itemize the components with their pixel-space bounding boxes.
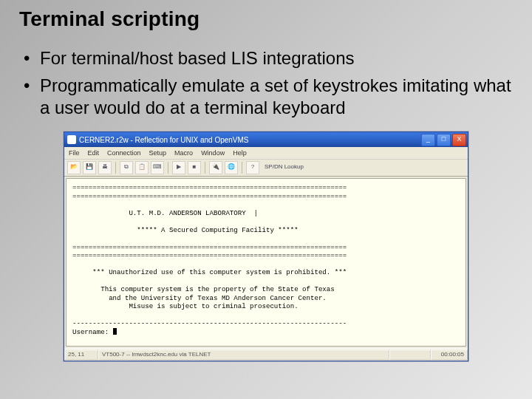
cursor-icon bbox=[113, 328, 117, 335]
toolbar: 📂 💾 🖶 ⧉ 📋 ⌨ ▶ ■ 🔌 🌐 ? SP/DN Lookup bbox=[64, 160, 468, 177]
stop-icon[interactable]: ■ bbox=[188, 161, 201, 174]
tool-icon[interactable]: ⌨ bbox=[151, 161, 164, 174]
menu-item[interactable]: Edit bbox=[88, 149, 100, 157]
maximize-button[interactable]: □ bbox=[437, 134, 451, 146]
separator bbox=[242, 162, 242, 174]
menu-item[interactable]: File bbox=[69, 149, 80, 157]
minimize-button[interactable]: _ bbox=[421, 134, 435, 146]
bullet-item: For terminal/host based LIS integrations bbox=[22, 47, 513, 70]
terminal-area[interactable]: ========================================… bbox=[66, 178, 466, 347]
title-bar[interactable]: CERNER2.r2w - Reflection for UNIX and Op… bbox=[64, 132, 468, 147]
save-icon[interactable]: 💾 bbox=[83, 161, 96, 174]
connect-time: 00:00:05 bbox=[431, 349, 468, 360]
connect-icon[interactable]: 🔌 bbox=[209, 161, 222, 174]
menu-bar: File Edit Connection Setup Macro Window … bbox=[64, 147, 468, 160]
help-icon[interactable]: ? bbox=[246, 161, 259, 174]
separator bbox=[115, 162, 116, 174]
menu-item[interactable]: Connection bbox=[107, 149, 141, 157]
bullet-list: For terminal/host based LIS integrations… bbox=[22, 47, 513, 120]
host-status: VT500-7 -- lrnwdsct2knc.edu via TELNET bbox=[98, 349, 389, 360]
terminal-text: ========================================… bbox=[72, 183, 460, 336]
window-title: CERNER2.r2w - Reflection for UNIX and Op… bbox=[79, 136, 418, 144]
menu-item[interactable]: Window bbox=[201, 149, 225, 157]
play-icon[interactable]: ▶ bbox=[172, 161, 185, 174]
menu-item[interactable]: Setup bbox=[149, 149, 167, 157]
terminal-window: CERNER2.r2w - Reflection for UNIX and Op… bbox=[64, 132, 468, 361]
menu-item[interactable]: Macro bbox=[174, 149, 193, 157]
menu-item[interactable]: Help bbox=[233, 149, 247, 157]
status-blank bbox=[389, 349, 431, 360]
close-button[interactable]: X bbox=[452, 134, 466, 146]
separator bbox=[205, 162, 205, 174]
paste-icon[interactable]: 📋 bbox=[135, 161, 149, 174]
copy-icon[interactable]: ⧉ bbox=[120, 161, 133, 174]
lookup-label[interactable]: SP/DN Lookup bbox=[262, 162, 307, 174]
bullet-item: Programmatically emulate a set of keystr… bbox=[22, 75, 513, 120]
app-icon bbox=[67, 135, 76, 144]
globe-icon[interactable]: 🌐 bbox=[225, 161, 238, 174]
print-icon[interactable]: 🖶 bbox=[98, 161, 112, 174]
status-bar: 25, 11 VT500-7 -- lrnwdsct2knc.edu via T… bbox=[64, 348, 468, 361]
cursor-position: 25, 11 bbox=[64, 349, 98, 360]
open-icon[interactable]: 📂 bbox=[67, 161, 81, 174]
separator bbox=[168, 162, 168, 174]
slide-title: Terminal scripting bbox=[19, 7, 513, 31]
